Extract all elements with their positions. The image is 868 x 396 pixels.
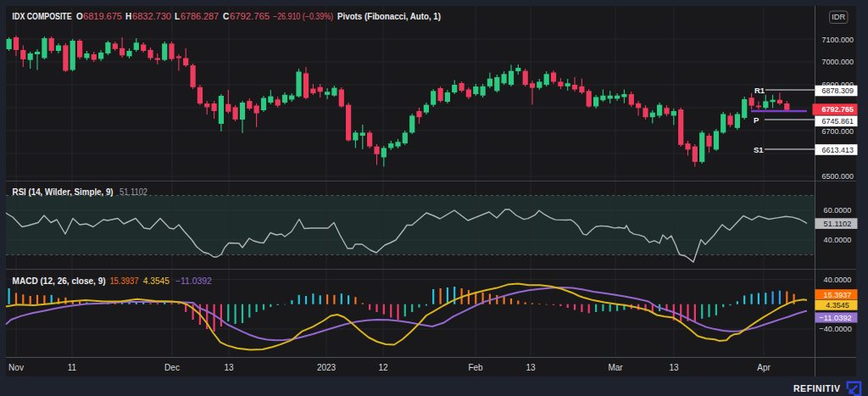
svg-text:O: O	[76, 12, 83, 21]
svg-text:7000.000: 7000.000	[822, 58, 854, 66]
svg-text:40.0000: 40.0000	[824, 276, 852, 284]
svg-text:RSI (14, Wilder, Simple, 9): RSI (14, Wilder, Simple, 9)	[13, 187, 114, 197]
svg-text:H: H	[125, 12, 131, 21]
svg-text:MACD (12, 26, close, 9): MACD (12, 26, close, 9)	[13, 276, 106, 286]
svg-text:13: 13	[669, 363, 679, 372]
svg-text:6792.765: 6792.765	[822, 105, 854, 114]
svg-text:P: P	[754, 115, 760, 125]
svg-text:−11.0392: −11.0392	[819, 314, 852, 322]
svg-text:IDX COMPOSITE: IDX COMPOSITE	[13, 12, 72, 21]
svg-text:C: C	[223, 12, 229, 21]
svg-text:2023: 2023	[317, 363, 337, 372]
svg-text:6832.730: 6832.730	[132, 12, 171, 21]
svg-text:51.1102: 51.1102	[120, 187, 147, 197]
svg-text:R1: R1	[754, 86, 765, 95]
svg-text:13: 13	[526, 363, 536, 372]
svg-text:15.3937: 15.3937	[824, 291, 852, 299]
svg-text:6613.413: 6613.413	[822, 146, 854, 154]
svg-text:6819.675: 6819.675	[83, 12, 122, 21]
svg-text:40.0000: 40.0000	[824, 236, 852, 244]
svg-text:−11.0392: −11.0392	[175, 276, 212, 286]
svg-text:Feb: Feb	[468, 363, 483, 372]
svg-text:−40.0000: −40.0000	[819, 325, 852, 333]
svg-text:4.3545: 4.3545	[826, 301, 849, 310]
svg-text:S1: S1	[754, 145, 764, 154]
svg-text:7100.000: 7100.000	[822, 36, 854, 44]
svg-text:REFINITIV: REFINITIV	[793, 383, 840, 393]
svg-text:Mar: Mar	[608, 363, 623, 372]
svg-text:Nov: Nov	[8, 363, 24, 372]
svg-text:−26.910 (−0.39%): −26.910 (−0.39%)	[273, 12, 333, 21]
svg-text:6878.309: 6878.309	[822, 86, 854, 95]
svg-text:60.0000: 60.0000	[824, 206, 852, 215]
svg-text:6786.287: 6786.287	[181, 12, 219, 21]
svg-text:13: 13	[224, 363, 234, 372]
svg-text:Pivots (Fibonacci, Auto, 1): Pivots (Fibonacci, Auto, 1)	[337, 12, 441, 21]
svg-text:4.3545: 4.3545	[143, 276, 170, 286]
svg-text:6745.861: 6745.861	[822, 117, 854, 125]
svg-text:6792.765: 6792.765	[230, 12, 270, 21]
svg-text:L: L	[175, 12, 180, 21]
svg-text:51.1102: 51.1102	[824, 220, 852, 228]
svg-text:6700.000: 6700.000	[822, 127, 854, 136]
svg-text:Apr: Apr	[757, 363, 771, 372]
svg-text:6500.000: 6500.000	[822, 172, 854, 181]
svg-text:12: 12	[378, 363, 388, 372]
svg-text:IDR: IDR	[832, 13, 845, 21]
svg-text:15.3937: 15.3937	[109, 276, 138, 286]
svg-text:Dec: Dec	[164, 363, 180, 372]
svg-text:11: 11	[68, 363, 77, 372]
